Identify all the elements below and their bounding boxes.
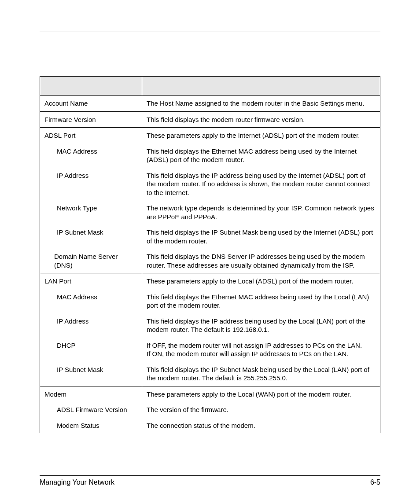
header-rule (40, 32, 380, 32)
field-desc-cell: These parameters apply to the Internet (… (142, 128, 380, 143)
table-row: Account NameThe Host Name assigned to th… (40, 96, 380, 112)
field-name-cell: LAN Port (40, 273, 142, 289)
field-name-cell: Account Name (40, 96, 142, 112)
page-footer: Managing Your Network 6-5 (40, 475, 380, 486)
field-name: Account Name (44, 99, 88, 107)
field-name-cell: MAC Address (40, 143, 142, 168)
field-desc-cell: The version of the firmware. (142, 402, 380, 418)
fields-table: Account NameThe Host Name assigned to th… (40, 76, 380, 433)
field-name-cell: IP Address (40, 313, 142, 338)
table-row: LAN PortThese parameters apply to the Lo… (40, 273, 380, 289)
field-name-cell: Modem (40, 386, 142, 402)
field-desc-cell: This field displays the Ethernet MAC add… (142, 289, 380, 313)
table-row: IP Subnet MaskThis field displays the IP… (40, 362, 380, 386)
table-row: IP Subnet MaskThis field displays the IP… (40, 224, 380, 249)
field-name: MAC Address (44, 293, 137, 302)
field-desc-cell: The connection status of the modem. (142, 418, 380, 434)
field-name-cell: DHCP (40, 338, 142, 362)
field-desc-cell: The network type depends is determined b… (142, 200, 380, 224)
field-name-cell: IP Address (40, 168, 142, 201)
field-name: Modem Status (44, 421, 137, 430)
table-header-row (40, 77, 380, 96)
table-header-desc (142, 77, 380, 96)
field-name-cell: ADSL Firmware Version (40, 402, 142, 418)
field-desc-cell: This field displays the IP Subnet Mask b… (142, 362, 380, 386)
field-name: IP Subnet Mask (44, 365, 137, 374)
table-row: Network TypeThe network type depends is … (40, 200, 380, 224)
field-desc-cell: This field displays the IP Subnet Mask b… (142, 224, 380, 249)
page: Account NameThe Host Name assigned to th… (0, 0, 420, 504)
field-name-cell: Network Type (40, 200, 142, 224)
table-row: ADSL PortThese parameters apply to the I… (40, 128, 380, 143)
field-name-cell: Modem Status (40, 418, 142, 434)
field-name: ADSL Firmware Version (44, 405, 137, 414)
field-name-cell: ADSL Port (40, 128, 142, 143)
field-desc-cell: This field displays the DNS Server IP ad… (142, 249, 380, 273)
field-name: IP Address (44, 171, 137, 180)
table-row: MAC AddressThis field displays the Ether… (40, 289, 380, 313)
table-row: Domain Name Server (DNS)This field displ… (40, 249, 380, 273)
field-name: Firmware Version (44, 116, 96, 123)
footer-section: Managing Your Network (40, 478, 114, 486)
field-desc-cell: This field displays the IP address being… (142, 313, 380, 338)
field-name: MAC Address (44, 147, 137, 156)
field-desc-cell: If OFF, the modem router will not assign… (142, 338, 380, 362)
table-row: ModemThese parameters apply to the Local… (40, 386, 380, 402)
field-desc-cell: These parameters apply to the Local (ADS… (142, 273, 380, 289)
field-name-cell: IP Subnet Mask (40, 224, 142, 249)
field-name: ADSL Port (44, 132, 75, 139)
table-row: DHCPIf OFF, the modem router will not as… (40, 338, 380, 362)
table-row: MAC AddressThis field displays the Ether… (40, 143, 380, 168)
field-name: LAN Port (44, 277, 71, 285)
footer-rule (40, 475, 380, 476)
field-name: Modem (44, 390, 66, 398)
field-name-cell: Domain Name Server (DNS) (40, 249, 142, 273)
field-desc-cell: This field displays the modem router fir… (142, 111, 380, 128)
table-row: Firmware VersionThis field displays the … (40, 111, 380, 128)
table-row: IP AddressThis field displays the IP add… (40, 313, 380, 338)
field-name: DHCP (44, 341, 137, 350)
field-name: IP Subnet Mask (44, 228, 137, 237)
field-name: Network Type (44, 204, 137, 213)
table-row: IP AddressThis field displays the IP add… (40, 168, 380, 201)
field-name: IP Address (44, 317, 137, 326)
field-name: Domain Name Server (DNS) (44, 252, 137, 269)
footer-page: 6-5 (370, 478, 380, 486)
field-name-cell: IP Subnet Mask (40, 362, 142, 386)
field-desc-cell: This field displays the IP address being… (142, 168, 380, 201)
field-desc-cell: This field displays the Ethernet MAC add… (142, 143, 380, 168)
field-desc-cell: These parameters apply to the Local (WAN… (142, 386, 380, 402)
table-row: ADSL Firmware VersionThe version of the … (40, 402, 380, 418)
field-name-cell: Firmware Version (40, 111, 142, 128)
table-row: Modem StatusThe connection status of the… (40, 418, 380, 434)
field-desc-cell: The Host Name assigned to the modem rout… (142, 96, 380, 112)
table-header-field (40, 77, 142, 96)
field-name-cell: MAC Address (40, 289, 142, 313)
